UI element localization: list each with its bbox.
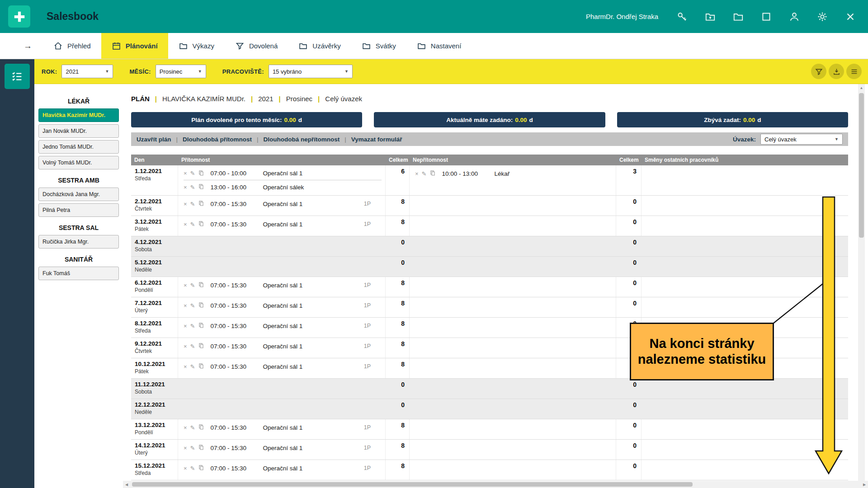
presence-cell[interactable] [178, 257, 386, 277]
folder-icon[interactable] [732, 11, 744, 23]
presence-cell[interactable]: ×✎07:00 - 15:30Operační sál 11P [178, 297, 386, 317]
edit-entry-icon[interactable]: ✎ [422, 171, 427, 177]
sidebar-person-item[interactable]: Hlavička Kazimír MUDr. [38, 108, 119, 122]
menu-icon[interactable] [846, 64, 862, 79]
copy-entry-icon[interactable] [198, 184, 204, 190]
absence-cell[interactable] [410, 379, 616, 399]
edit-entry-icon[interactable]: ✎ [190, 465, 195, 471]
folder-upload-icon[interactable] [704, 11, 716, 23]
tab-uzaverky[interactable]: Uzávěrky [288, 33, 351, 59]
delete-entry-icon[interactable]: × [184, 184, 187, 190]
funnel-icon[interactable] [811, 64, 826, 79]
person-list-toggle-button[interactable] [5, 64, 30, 89]
horizontal-scroll-thumb[interactable] [132, 482, 693, 487]
copy-entry-icon[interactable] [198, 221, 204, 227]
delete-entry-icon[interactable]: × [184, 364, 187, 370]
delete-entry-icon[interactable]: × [184, 425, 187, 431]
presence-cell[interactable]: ×✎07:00 - 15:30Operační sál 11P [178, 440, 386, 460]
presence-cell[interactable]: ×✎07:00 - 15:30Operační sál 11P [178, 419, 386, 439]
sidebar-person-item[interactable]: Fuk Tomáš [38, 267, 119, 280]
absence-cell[interactable] [410, 419, 616, 439]
absence-cell[interactable] [410, 358, 616, 378]
absence-cell[interactable] [410, 399, 616, 419]
edit-entry-icon[interactable]: ✎ [190, 184, 195, 190]
absence-cell[interactable] [410, 338, 616, 358]
absence-cell[interactable] [410, 318, 616, 338]
edit-entry-icon[interactable]: ✎ [190, 170, 195, 176]
edit-entry-icon[interactable]: ✎ [190, 282, 195, 288]
copy-entry-icon[interactable] [430, 170, 435, 177]
presence-cell[interactable]: ×✎07:00 - 15:30Operační sál 11P [178, 460, 386, 480]
scroll-left-arrow[interactable]: ◀ [123, 483, 130, 487]
tab-nastaveni[interactable]: Nastavení [406, 33, 472, 59]
delete-entry-icon[interactable]: × [184, 201, 187, 207]
sidebar-person-item[interactable]: Volný Tomáš MUDr. [38, 156, 119, 169]
long-absence-button[interactable]: Dlouhodobá nepřítomnost [264, 136, 340, 143]
year-select[interactable]: 2021 ▼ [61, 65, 113, 78]
delete-entry-icon[interactable]: × [184, 323, 187, 329]
edit-entry-icon[interactable]: ✎ [190, 445, 195, 451]
delete-entry-icon[interactable]: × [184, 221, 187, 227]
edit-entry-icon[interactable]: ✎ [190, 201, 195, 207]
absence-cell[interactable] [410, 257, 616, 277]
tab-planovani[interactable]: Plánování [101, 33, 168, 59]
close-icon[interactable] [844, 11, 856, 23]
sidebar-person-item[interactable]: Jan Novák MUDr. [38, 124, 119, 138]
forward-arrow-icon[interactable]: → [24, 41, 32, 51]
tab-dovolena[interactable]: Dovolená [225, 33, 288, 59]
horizontal-scrollbar[interactable]: ◀ ▶ [123, 481, 868, 488]
month-select[interactable]: Prosinec ▼ [156, 65, 206, 78]
workplace-select[interactable]: 15 vybráno ▼ [269, 65, 353, 78]
scroll-right-arrow[interactable]: ▶ [861, 483, 868, 487]
edit-entry-icon[interactable]: ✎ [190, 364, 195, 370]
copy-entry-icon[interactable] [198, 323, 204, 329]
copy-entry-icon[interactable] [198, 282, 204, 288]
edit-entry-icon[interactable]: ✎ [190, 343, 195, 349]
absence-cell[interactable] [410, 440, 616, 460]
presence-cell[interactable] [178, 236, 386, 256]
sidebar-person-item[interactable]: Pilná Petra [38, 203, 119, 217]
download-icon[interactable] [829, 64, 844, 79]
uvazek-select[interactable]: Celý úvazek ▼ [760, 134, 843, 145]
key-icon[interactable] [676, 11, 688, 23]
close-plan-button[interactable]: Uzavřít plán [137, 136, 171, 143]
gear-icon[interactable] [816, 11, 828, 23]
presence-cell[interactable]: ×✎07:00 - 15:30Operační sál 11P [178, 318, 386, 338]
copy-entry-icon[interactable] [198, 465, 204, 471]
vertical-scroll-thumb[interactable] [859, 93, 864, 238]
presence-cell[interactable]: ×✎07:00 - 15:30Operační sál 11P [178, 277, 386, 297]
delete-entry-icon[interactable]: × [184, 465, 187, 471]
sidebar-person-item[interactable]: Jedno Tomáš MUDr. [38, 140, 119, 154]
presence-cell[interactable]: ×✎07:00 - 15:30Operační sál 11P [178, 338, 386, 358]
delete-entry-icon[interactable]: × [415, 171, 419, 177]
presence-cell[interactable]: ×✎07:00 - 15:30Operační sál 11P [178, 196, 386, 216]
delete-entry-icon[interactable]: × [184, 445, 187, 451]
copy-entry-icon[interactable] [198, 445, 204, 451]
edit-entry-icon[interactable]: ✎ [190, 221, 195, 227]
tab-vykazy[interactable]: Výkazy [168, 33, 225, 59]
absence-cell[interactable] [410, 216, 616, 236]
copy-entry-icon[interactable] [198, 363, 204, 370]
clear-form-button[interactable]: Vymazat formulář [351, 136, 402, 143]
edit-entry-icon[interactable]: ✎ [190, 303, 195, 309]
copy-entry-icon[interactable] [198, 302, 204, 309]
user-icon[interactable] [788, 11, 800, 23]
scroll-up-arrow[interactable]: ▲ [858, 84, 865, 90]
absence-cell[interactable] [410, 297, 616, 317]
absence-cell[interactable] [410, 277, 616, 297]
tab-prehled[interactable]: Přehled [43, 33, 101, 59]
sidebar-person-item[interactable]: Ručička Jirka Mgr. [38, 235, 119, 249]
absence-cell[interactable] [410, 196, 616, 216]
edit-entry-icon[interactable]: ✎ [190, 323, 195, 329]
long-presence-button[interactable]: Dlouhodobá přítomnost [183, 136, 252, 143]
absence-cell[interactable]: ×✎10:00 - 13:00Lékař [410, 165, 616, 195]
copy-entry-icon[interactable] [198, 424, 204, 431]
window-icon[interactable] [760, 11, 772, 23]
delete-entry-icon[interactable]: × [184, 343, 187, 349]
vertical-scrollbar[interactable]: ▲ [858, 84, 865, 481]
absence-cell[interactable] [410, 460, 616, 480]
delete-entry-icon[interactable]: × [184, 303, 187, 309]
presence-cell[interactable]: ×✎07:00 - 15:30Operační sál 11P [178, 358, 386, 378]
presence-cell[interactable] [178, 399, 386, 419]
presence-cell[interactable]: ×✎07:00 - 10:00Operační sál 1×✎13:00 - 1… [178, 165, 386, 195]
